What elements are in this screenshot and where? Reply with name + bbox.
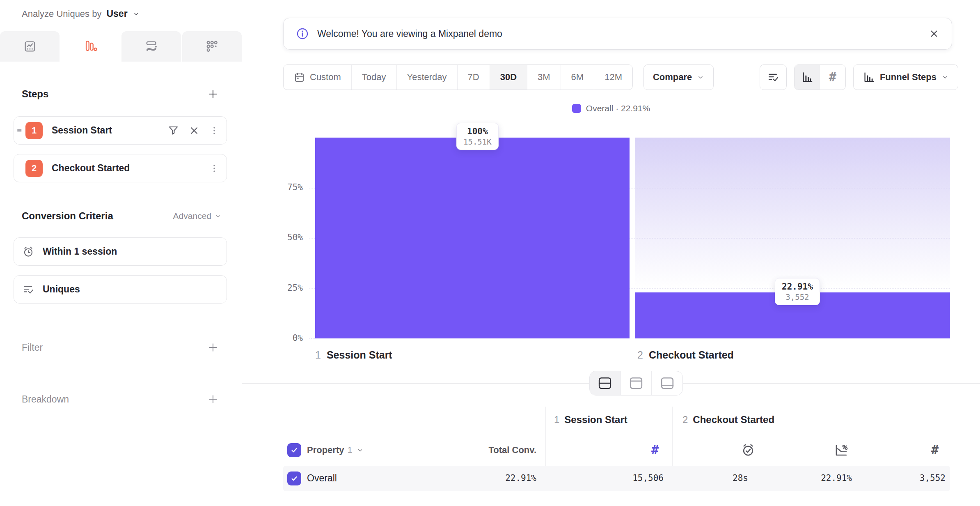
main-content: Welcome! You are viewing a Mixpanel demo… [242, 0, 980, 506]
filter-icon[interactable] [168, 125, 179, 136]
tab-funnels[interactable] [61, 31, 120, 62]
funnel-chart: 75% 50% 25% 0% 100% 15.51K 22.91% 3,552 [315, 138, 950, 338]
step-card-1[interactable]: 1 Session Start [14, 116, 227, 145]
counting-toggle-button[interactable] [760, 64, 787, 90]
chart-only-toggle[interactable] [621, 371, 652, 395]
checkbox-icon[interactable] [287, 443, 301, 457]
list-check-icon [767, 71, 779, 83]
step-card-2[interactable]: 2 Checkout Started [14, 154, 227, 182]
funnel-steps-label: Funnel Steps [880, 72, 936, 83]
table-only-toggle[interactable] [651, 371, 682, 395]
add-step-button[interactable] [207, 88, 219, 100]
select-all-checkbox[interactable] [287, 442, 301, 458]
conversion-rate-column-header[interactable] [834, 442, 849, 458]
compare-button[interactable]: Compare [643, 64, 714, 90]
range-3m[interactable]: 3M [527, 65, 561, 90]
remove-step-icon[interactable] [189, 125, 199, 136]
bar-chart-icon [801, 71, 813, 83]
row-checkbox[interactable] [287, 472, 301, 485]
range-label: 7D [468, 72, 479, 83]
sidebar: Analyze Uniques by User Steps [0, 0, 242, 506]
converted-count-column-header[interactable]: # [927, 442, 943, 458]
insights-icon [23, 40, 37, 53]
row-avg-time: 28s [699, 473, 748, 483]
kebab-menu-icon[interactable] [209, 163, 219, 173]
total-conv-header[interactable]: Total Conv. [464, 442, 536, 458]
chevron-down-icon [941, 74, 949, 81]
hash-icon: # [829, 71, 836, 83]
top-panel-icon [629, 376, 643, 391]
entered-count-column-header[interactable]: # [647, 442, 663, 458]
range-12m[interactable]: 12M [594, 65, 632, 90]
funnel-bar-session-start[interactable] [315, 138, 630, 338]
counting-method-card[interactable]: Uniques [14, 275, 227, 304]
range-label: Yesterday [407, 72, 447, 83]
funnel-chart-icon [863, 71, 875, 83]
tab-insights[interactable] [0, 31, 60, 62]
tooltip-percent: 100% [467, 126, 488, 136]
drag-handle-icon[interactable] [16, 127, 25, 134]
row-name: Overall [307, 473, 337, 484]
chevron-down-icon [697, 74, 704, 81]
step-name: Session Start [327, 349, 392, 361]
property-label: Property [307, 445, 344, 455]
funnel-percent-icon [834, 443, 849, 458]
range-label: 30D [500, 72, 517, 83]
range-today[interactable]: Today [351, 65, 396, 90]
alarm-clock-icon [22, 246, 34, 258]
dropoff-gradient [635, 138, 950, 292]
list-check-icon [22, 283, 34, 296]
x-axis-label-1: 1 Session Start [315, 349, 392, 361]
range-yesterday[interactable]: Yesterday [396, 65, 457, 90]
property-dropdown[interactable]: Property 1 [307, 442, 364, 458]
steps-section-header: Steps [22, 88, 219, 100]
filter-section: Filter [22, 342, 219, 353]
gridline-0-tick [309, 338, 315, 339]
tooltip-count: 15.51K [463, 137, 492, 146]
conversion-criteria-header: Conversion Criteria Advanced [22, 210, 222, 222]
number-toggle[interactable]: # [820, 65, 845, 90]
y-axis-tick: 50% [269, 232, 303, 242]
add-filter-button[interactable] [207, 342, 219, 353]
funnel-steps-dropdown[interactable]: Funnel Steps [853, 64, 958, 90]
layout-toggle [589, 371, 683, 396]
range-6m[interactable]: 6M [561, 65, 594, 90]
bar-value-tooltip: 22.91% 3,552 [775, 278, 820, 305]
range-7d[interactable]: 7D [457, 65, 490, 90]
group-number: 2 [682, 414, 688, 426]
bottom-panel-icon [660, 376, 675, 391]
funnel-column-checkout-started [635, 138, 950, 338]
split-view-icon [598, 376, 612, 391]
chevron-down-icon[interactable] [133, 10, 140, 18]
hash-icon: # [931, 444, 939, 456]
advanced-label: Advanced [173, 211, 211, 221]
bar-value-tooltip: 100% 15.51K [456, 123, 499, 150]
conversion-window-card[interactable]: Within 1 session [14, 237, 227, 266]
date-range-control: Custom Today Yesterday 7D 30D 3M 6M 12M [283, 64, 633, 90]
advanced-dropdown[interactable]: Advanced [173, 211, 222, 221]
breakdown-title: Breakdown [22, 394, 69, 405]
range-label: 3M [538, 72, 550, 83]
range-custom[interactable]: Custom [284, 65, 351, 90]
avg-time-column-header[interactable] [741, 442, 756, 458]
range-label: 12M [604, 72, 622, 83]
range-30d[interactable]: 30D [490, 65, 527, 90]
kebab-menu-icon[interactable] [209, 126, 219, 136]
table-group-header-2: 2 Checkout Started [682, 414, 774, 426]
step-label: Session Start [52, 125, 168, 136]
x-axis-label-2: 2 Checkout Started [637, 349, 734, 361]
analyze-by-value[interactable]: User [106, 8, 127, 19]
split-view-toggle[interactable] [590, 371, 621, 395]
tab-flows[interactable] [121, 31, 181, 62]
step-number-badge: 2 [25, 160, 43, 177]
banner-message: Welcome! You are viewing a Mixpanel demo [317, 28, 929, 39]
add-breakdown-button[interactable] [207, 393, 219, 405]
tab-retention[interactable] [182, 31, 242, 62]
close-icon[interactable] [929, 28, 939, 39]
welcome-banner: Welcome! You are viewing a Mixpanel demo [283, 18, 952, 50]
step-number: 2 [637, 349, 643, 361]
date-controls: Custom Today Yesterday 7D 30D 3M 6M 12M … [283, 64, 714, 90]
bar-chart-toggle[interactable] [795, 65, 820, 90]
group-number: 1 [554, 414, 559, 426]
filter-title: Filter [22, 342, 43, 353]
